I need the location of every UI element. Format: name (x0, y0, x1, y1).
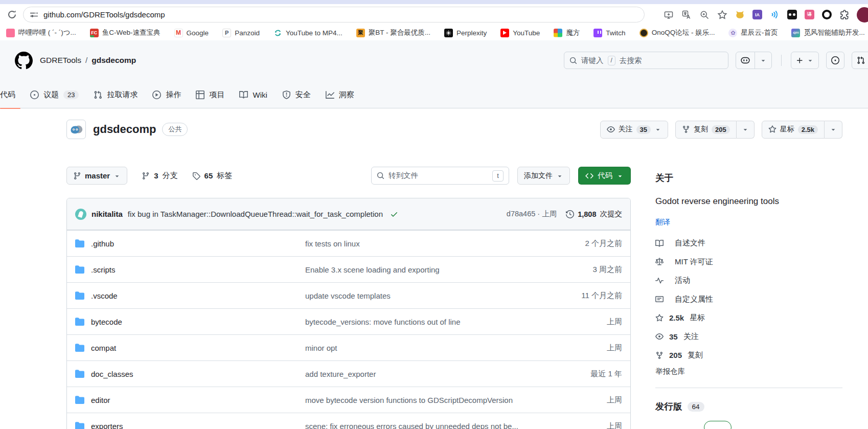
your-pull-requests-button[interactable] (852, 52, 868, 69)
site-settings-icon[interactable] (30, 10, 38, 19)
commit-author-avatar[interactable] (75, 209, 86, 220)
code-button[interactable]: 代码 (578, 167, 631, 185)
breadcrumb-owner[interactable]: GDRETools (40, 56, 81, 65)
file-name-link[interactable]: editor (91, 396, 110, 404)
bookmark-mifeng[interactable]: iQIYI觅风智能辅助开发... (791, 28, 864, 37)
releases-heading[interactable]: 发行版 64 (655, 400, 842, 413)
tab-insights[interactable]: 洞察 (321, 81, 359, 108)
bookmark-panzoid[interactable]: PPanzoid (222, 29, 260, 37)
reload-icon[interactable] (7, 10, 17, 19)
table-row: .vscode update vscode templates 11 个月之前 (67, 282, 630, 308)
bookmark-perplexity[interactable]: Perplexity (444, 29, 487, 37)
translate-page-icon[interactable] (681, 10, 692, 20)
your-issues-button[interactable] (826, 52, 844, 69)
sidebar-item-forks[interactable]: 205复刻 (655, 346, 842, 365)
tab-issues[interactable]: 议题 23 (25, 81, 84, 108)
check-icon[interactable] (390, 210, 398, 218)
file-commit-message[interactable]: Enable 3.x scene loading and exporting (305, 265, 545, 274)
sidebar-item-custom-properties[interactable]: 自定义属性 (655, 290, 842, 309)
bookmark-xingchen[interactable]: ✿星辰云-首页 (728, 28, 778, 37)
file-name-link[interactable]: compat (91, 344, 116, 352)
create-new-button[interactable] (791, 52, 819, 69)
tab-actions[interactable]: 操作 (147, 81, 186, 108)
tab-pull-requests[interactable]: 拉取请求 (88, 81, 143, 108)
bookmark-onoqq[interactable]: OnoQQ论坛 - 娱乐... (639, 28, 715, 37)
fork-menu-button[interactable] (737, 121, 755, 139)
commit-history-link[interactable]: 1,808 次提交 (566, 209, 622, 219)
star-button[interactable]: 星标 2.5k (762, 121, 825, 139)
file-commit-message[interactable]: move bytecode version functions to GDScr… (305, 396, 545, 404)
file-commit-message[interactable]: minor opt (305, 344, 545, 352)
folder-icon (75, 291, 84, 300)
sidebar-item-license[interactable]: MIT 许可证 (655, 253, 842, 272)
translate-extension-icon[interactable]: 译 (805, 10, 814, 19)
file-name-link[interactable]: bytecode (91, 318, 122, 326)
watch-button[interactable]: 关注 35 (600, 121, 668, 139)
sidebar-item-readme[interactable]: 自述文件 (655, 234, 842, 253)
url-field[interactable]: github.com/GDRETools/gdsdecomp (23, 7, 645, 22)
bookmark-bilibili[interactable]: 哔哩哔哩 ( ´- ´)つ... (6, 28, 76, 37)
profile-avatar[interactable] (857, 7, 868, 22)
repo-avatar[interactable] (66, 120, 86, 139)
file-commit-date: 11 个月之前 (545, 291, 622, 301)
bookmark-star-icon[interactable] (717, 10, 727, 20)
sidebar-item-watchers[interactable]: 35关注 (655, 327, 842, 346)
goto-file-input[interactable]: 转到文件 t (371, 167, 509, 185)
file-name-link[interactable]: .scripts (91, 265, 116, 274)
cat-extension-icon[interactable] (735, 10, 745, 19)
breadcrumb-repo[interactable]: gdsdecomp (92, 56, 136, 65)
bookmark-twitch[interactable]: Twitch (593, 29, 625, 37)
tab-security[interactable]: 安全 (277, 81, 316, 108)
eyes-extension-icon[interactable] (787, 10, 797, 19)
add-file-button[interactable]: 添加文件 (517, 167, 570, 185)
url-text[interactable]: github.com/GDRETools/gdsdecomp (43, 10, 165, 19)
report-repository-link[interactable]: 举报仓库 (655, 367, 842, 376)
tab-projects[interactable]: 项目 (191, 81, 230, 108)
file-name-link[interactable]: exporters (91, 422, 123, 429)
file-name-link[interactable]: .github (91, 239, 114, 248)
commit-sha-time[interactable]: d78a465 · 上周 (507, 209, 557, 219)
zoom-icon[interactable] (699, 10, 710, 20)
file-commit-message[interactable]: add texture_exporter (305, 370, 545, 378)
ia-extension-icon[interactable]: IA (752, 10, 762, 19)
branch-selector[interactable]: master (66, 167, 127, 185)
file-commit-message[interactable]: fix tests on linux (305, 239, 545, 248)
fork-count: 205 (712, 125, 730, 134)
copilot-menu-button[interactable] (755, 52, 771, 69)
page-title[interactable]: gdsdecomp (93, 123, 156, 136)
global-search-input[interactable]: 请键入 / 去搜索 (564, 52, 728, 69)
plus-icon (796, 57, 804, 64)
star-menu-button[interactable] (825, 121, 842, 139)
copilot-button[interactable] (736, 52, 755, 69)
bookmark-mofang[interactable]: 魔方 (554, 28, 580, 37)
tab-code[interactable]: 代码 (0, 81, 20, 108)
fork-button[interactable]: 复刻 205 (675, 121, 737, 139)
bookmark-fc[interactable]: FC鱼C-Web-速查宝典 (90, 28, 161, 37)
translate-link[interactable]: 翻译 (655, 217, 842, 227)
file-commit-message[interactable]: update vscode templates (305, 291, 545, 300)
bookmark-youtube-mp4[interactable]: YouTube to MP4... (273, 29, 342, 37)
header-divider (781, 55, 782, 66)
watch-count: 35 (636, 125, 651, 134)
file-name-link[interactable]: .vscode (91, 291, 118, 300)
install-app-icon[interactable] (664, 10, 674, 20)
extensions-puzzle-icon[interactable] (839, 10, 849, 19)
sidebar-item-stars[interactable]: 2.5k星标 (655, 309, 842, 328)
chevron-down-icon (556, 172, 563, 179)
folder-icon (75, 343, 84, 352)
github-logo[interactable] (15, 52, 33, 70)
bookmark-jubt[interactable]: 聚聚BT - 聚合最优质... (356, 28, 430, 37)
file-commit-message[interactable]: scene: fix erroneous errors caused by un… (305, 422, 545, 429)
sidebar-item-activity[interactable]: 活动 (655, 272, 842, 290)
sound-extension-icon[interactable] (770, 10, 780, 19)
commit-author[interactable]: nikitalita (92, 210, 123, 218)
bookmark-google[interactable]: MGoogle (174, 29, 209, 37)
tab-wiki[interactable]: Wiki (234, 81, 272, 108)
file-commit-message[interactable]: bytecode_versions: move functions out of… (305, 318, 545, 326)
ring-extension-icon[interactable] (822, 10, 832, 19)
file-name-link[interactable]: doc_classes (91, 370, 133, 378)
bookmark-youtube[interactable]: YouTube (500, 29, 540, 37)
branches-link[interactable]: 3 分支 (142, 171, 177, 180)
tags-link[interactable]: 65 标签 (192, 171, 233, 180)
commit-message[interactable]: fix bug in TaskManager::DownloadQueueThr… (128, 210, 383, 218)
